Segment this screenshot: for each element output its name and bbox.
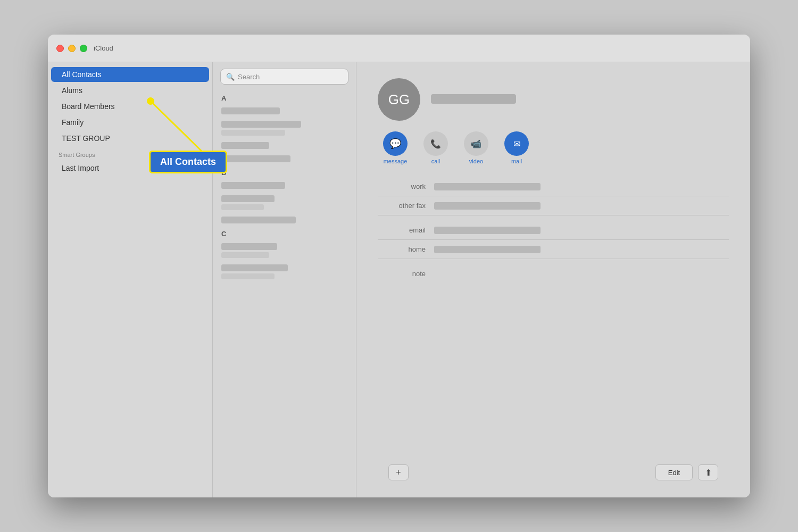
other-fax-value: [434, 202, 541, 210]
video-label: video: [469, 158, 483, 164]
list-item[interactable]: [213, 139, 356, 152]
list-item[interactable]: [213, 179, 356, 192]
contact-name-blur: [221, 243, 277, 250]
list-item[interactable]: [213, 152, 356, 165]
sidebar-item-alums[interactable]: Alums: [51, 83, 209, 98]
sidebar-item-test-group[interactable]: TEST GROUP: [51, 131, 209, 146]
title-bar: iCloud: [48, 35, 750, 62]
message-button[interactable]: 💬 message: [383, 131, 408, 164]
contact-name-blur: [221, 264, 288, 271]
other-fax-label: other fax: [378, 202, 426, 210]
video-button[interactable]: 📹 video: [464, 131, 488, 164]
avatar: GG: [378, 78, 420, 121]
section-letter-c: C: [213, 227, 356, 240]
maximize-button[interactable]: [80, 45, 87, 52]
list-item[interactable]: [213, 118, 356, 139]
list-item[interactable]: [213, 192, 356, 213]
search-icon: 🔍: [226, 73, 235, 81]
contact-name-blur: [221, 155, 290, 162]
sidebar-item-all-contacts[interactable]: All Contacts: [51, 67, 209, 82]
sidebar-item-family[interactable]: Family: [51, 115, 209, 130]
content-area: All Contacts Alums Board Members Family …: [48, 62, 750, 497]
edit-button[interactable]: Edit: [655, 464, 693, 480]
sidebar-item-last-import[interactable]: Last Import: [51, 161, 209, 176]
contact-name-blur: [221, 121, 301, 128]
contact-detail-blur: [221, 252, 269, 258]
list-item[interactable]: [213, 261, 356, 282]
search-bar-container: 🔍 Search: [213, 62, 356, 91]
share-button[interactable]: ⬆: [698, 464, 718, 480]
sidebar-item-board-members[interactable]: Board Members: [51, 99, 209, 114]
home-value: [434, 246, 541, 253]
smart-groups-label: Smart Groups: [48, 146, 212, 160]
mail-icon-circle: ✉: [504, 131, 529, 156]
minimize-button[interactable]: [68, 45, 76, 52]
avatar-section: GG: [378, 78, 729, 121]
other-fax-field-row: other fax: [378, 196, 729, 215]
contact-name-blur: [221, 217, 296, 223]
message-icon: 💬: [389, 138, 401, 149]
mail-button[interactable]: ✉ mail: [504, 131, 529, 164]
contact-name-blur: [221, 142, 269, 149]
email-field-row: email: [378, 221, 729, 240]
mail-icon: ✉: [513, 139, 520, 149]
home-label: home: [378, 245, 426, 253]
section-letter-a: A: [213, 91, 356, 104]
email-value: [434, 227, 541, 234]
work-field-row: work: [378, 177, 729, 196]
app-title: iCloud: [94, 44, 113, 52]
list-item[interactable]: [213, 104, 356, 118]
video-icon: 📹: [471, 139, 481, 149]
main-window: iCloud All Contacts Alums Board Members …: [48, 35, 750, 497]
search-bar[interactable]: 🔍 Search: [220, 69, 348, 85]
contact-detail-blur: [221, 204, 264, 210]
contact-name-blur: [221, 107, 280, 114]
note-label: note: [378, 270, 426, 278]
note-field-row: note: [378, 264, 729, 283]
list-item[interactable]: [213, 240, 356, 261]
contact-fields: work other fax email home: [378, 177, 729, 283]
work-label: work: [378, 182, 426, 190]
list-item[interactable]: [213, 213, 356, 227]
close-button[interactable]: [56, 45, 64, 52]
sidebar: All Contacts Alums Board Members Family …: [48, 62, 213, 497]
home-field-row: home: [378, 240, 729, 259]
traffic-lights: [56, 45, 87, 52]
contact-detail-blur: [221, 273, 275, 279]
add-button[interactable]: +: [388, 464, 409, 480]
section-letter-b: B: [213, 165, 356, 179]
work-value: [434, 183, 541, 190]
email-label: email: [378, 226, 426, 234]
call-button[interactable]: 📞 call: [423, 131, 448, 164]
call-label: call: [431, 158, 440, 164]
bottom-bar: + Edit ⬆: [378, 458, 729, 487]
detail-pane: GG 💬 message 📞 call: [356, 62, 750, 497]
mail-label: mail: [511, 158, 522, 164]
search-placeholder: Search: [238, 73, 260, 81]
call-icon: 📞: [430, 139, 441, 149]
contact-detail-blur: [221, 130, 285, 136]
message-icon-circle: 💬: [383, 131, 408, 156]
call-icon-circle: 📞: [423, 131, 448, 156]
message-label: message: [384, 158, 408, 164]
video-icon-circle: 📹: [464, 131, 488, 156]
contact-list: 🔍 Search A B: [213, 62, 356, 497]
contact-name-blur: [221, 195, 275, 202]
action-buttons: 💬 message 📞 call 📹 video: [378, 131, 729, 164]
contact-name-blur: [221, 182, 285, 189]
contact-name-header: [431, 94, 516, 104]
